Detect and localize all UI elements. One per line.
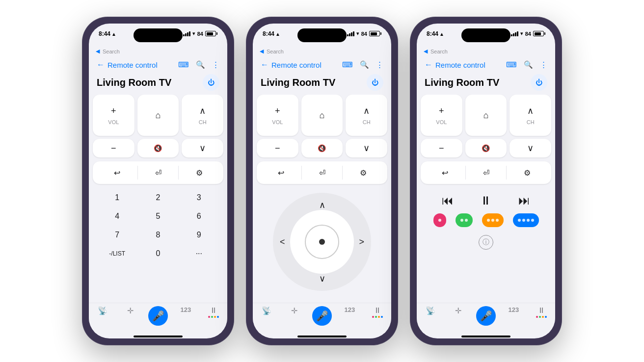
num-5[interactable]: 5 [143,208,173,224]
num-tab-icon-3: 123 [509,306,519,313]
back-nav-button-3[interactable]: ↩ [425,161,465,184]
dpad: ∧ ∨ < > [273,193,371,291]
search-icon-3[interactable]: 🔍 [524,60,533,69]
nav-row-2: ↩ ⏎ ⚙ [257,161,387,184]
ch-down-button-3[interactable]: ∨ [510,139,551,157]
num-more[interactable]: ··· [184,246,214,261]
num-7[interactable]: 7 [103,227,132,243]
num-tab-icon: 123 [181,306,191,313]
back-nav-button[interactable]: ↩ [97,161,137,184]
input-button-2[interactable]: ⏎ [302,161,343,184]
vol-down-button-2[interactable]: − [257,139,298,157]
search-bar[interactable]: ◀ Search [96,48,220,54]
search-label[interactable]: Search [103,49,120,54]
vol-up-button-3[interactable]: + VOL [421,95,462,136]
power-button[interactable]: ⏻ [203,74,219,91]
keyboard-icon-2[interactable]: ⌨ [342,60,353,69]
green-color-button[interactable] [456,213,473,227]
tab-dpad-2[interactable]: ✛ [280,306,308,315]
dpad-center-button[interactable] [305,225,339,259]
vol-down-button[interactable]: − [93,139,134,157]
power-button-2[interactable]: ⏻ [367,74,383,91]
prev-button[interactable]: ⏮ [442,194,454,207]
more-icon-3[interactable]: ⋮ [540,60,547,69]
tab-mic-2[interactable]: 🎤 [308,306,336,326]
search-bar-2[interactable]: ◀ Search [260,48,384,54]
num-0[interactable]: 0 [143,246,173,261]
tab-123-3[interactable]: 123 [500,306,527,313]
next-button[interactable]: ⏭ [518,194,530,207]
vol-up-button-2[interactable]: + VOL [257,95,298,136]
ch-up-button-3[interactable]: ∧ CH [510,95,551,136]
tab-mic-3[interactable]: 🎤 [472,306,500,326]
dpad-right-arrow[interactable]: > [359,237,364,247]
vol-down-button-3[interactable]: − [421,139,462,157]
back-arrow-icon-2[interactable]: ← [261,60,268,69]
media-tab-icon-3: ⏸ [537,306,545,315]
keyboard-icon[interactable]: ⌨ [178,60,189,69]
minus-icon-3: − [439,143,444,154]
back-nav-button-2[interactable]: ↩ [261,161,301,184]
tab-dpad[interactable]: ✛ [116,306,144,315]
tab-media-2[interactable]: ⏸ [364,306,391,318]
more-icon[interactable]: ⋮ [212,60,219,69]
home-button-3[interactable]: ⌂ [465,95,507,136]
search-label-3[interactable]: Search [430,49,448,54]
num-list[interactable]: -/LIST [103,246,132,261]
ch-down-button[interactable]: ∨ [182,139,223,157]
tab-123[interactable]: 123 [172,306,199,313]
tab-remote-3[interactable]: 📡 [417,306,444,315]
home-button-2[interactable]: ⌂ [301,95,343,136]
dpad-left-arrow[interactable]: < [280,237,285,247]
search-icon[interactable]: 🔍 [196,60,205,69]
num-6[interactable]: 6 [184,208,214,224]
mute-button-3[interactable]: 🔇 [465,139,507,157]
remote-tab-icon: 📡 [98,306,107,315]
num-9[interactable]: 9 [184,227,214,243]
mute-button[interactable]: 🔇 [137,139,179,157]
orange-color-button[interactable] [482,213,504,227]
settings-button[interactable]: ⚙ [179,161,219,184]
home-button[interactable]: ⌂ [137,95,179,136]
input-button[interactable]: ⏎ [138,161,179,184]
num-2[interactable]: 2 [143,190,173,206]
red-color-button[interactable] [433,213,446,227]
search-icon-2[interactable]: 🔍 [360,60,369,69]
search-label-2[interactable]: Search [267,49,284,54]
tab-media[interactable]: ⏸ [200,306,227,318]
tab-remote[interactable]: 📡 [89,306,116,315]
search-bar-3[interactable]: ◀ Search [424,48,548,54]
mute-button-2[interactable]: 🔇 [301,139,343,157]
num-3[interactable]: 3 [184,190,214,206]
tab-mic[interactable]: 🎤 [144,306,172,326]
keyboard-icon-3[interactable]: ⌨ [506,60,517,69]
settings-button-2[interactable]: ⚙ [343,161,383,184]
tab-dpad-3[interactable]: ✛ [444,306,472,315]
tab-remote-2[interactable]: 📡 [253,306,280,315]
dpad-up-arrow[interactable]: ∧ [319,200,325,210]
back-arrow-icon[interactable]: ← [97,60,105,69]
back-arrow-icon-3[interactable]: ← [425,60,432,69]
blue-color-button[interactable] [513,213,539,227]
tab-123-2[interactable]: 123 [336,306,363,313]
more-icon-2[interactable]: ⋮ [376,60,383,69]
ch-down-button-2[interactable]: ∨ [346,139,387,157]
ch-up-button[interactable]: ∧ CH [182,95,223,136]
num-8[interactable]: 8 [143,227,173,243]
info-button[interactable]: ⓘ [479,235,493,250]
num-1[interactable]: 1 [103,190,132,206]
power-button-3[interactable]: ⏻ [531,74,547,91]
input-button-3[interactable]: ⏎ [466,161,507,184]
media-tab-icon: ⏸ [210,306,217,315]
play-pause-button[interactable]: ⏸ [480,194,492,207]
power-icon-2: ⏻ [372,78,378,86]
settings-button-3[interactable]: ⚙ [507,161,547,184]
tab-media-3[interactable]: ⏸ [528,306,555,318]
dpad-down-arrow[interactable]: ∨ [319,273,325,284]
battery-icon [205,31,217,36]
num-4[interactable]: 4 [103,208,132,224]
battery-icon-3 [533,31,545,36]
ch-up-button-2[interactable]: ∧ CH [346,95,387,136]
vol-up-button[interactable]: + VOL [93,95,134,136]
ch-label-2: CH [363,119,371,125]
